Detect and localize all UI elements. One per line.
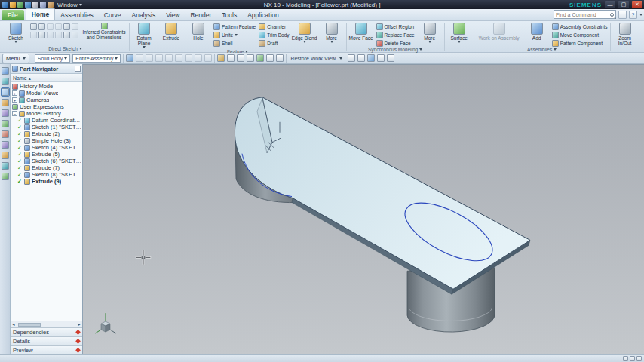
feature-more-button[interactable]: More [319, 22, 345, 44]
checkbox-icon[interactable]: ✓ [17, 172, 23, 177]
circle-icon[interactable] [55, 23, 62, 30]
cut-icon[interactable] [32, 2, 38, 8]
constraint-navigator-icon[interactable] [2, 78, 9, 85]
touch-mode-icon[interactable] [618, 11, 627, 19]
tree-item-cameras[interactable]: + Cameras [11, 97, 82, 103]
tree-item-model-views[interactable]: + Model Views [11, 90, 82, 97]
detach-panel-icon[interactable] [75, 66, 81, 72]
checkbox-icon[interactable]: ✓ [17, 152, 23, 157]
tree-item-extrude-2[interactable]: ✓ Extrude (2) [11, 130, 82, 137]
mid-point-snap-icon[interactable] [146, 54, 153, 62]
scroll-left-icon[interactable]: ◄ [11, 322, 17, 327]
section-dependencies[interactable]: Dependencies [11, 327, 82, 336]
checkbox-icon[interactable]: ✓ [17, 145, 23, 150]
copy-icon[interactable] [40, 2, 46, 8]
tree-horizontal-scrollbar[interactable]: ◄ ► [11, 321, 82, 327]
tab-curve[interactable]: Curve [99, 10, 127, 20]
pattern-curve-icon[interactable] [63, 32, 70, 38]
minimize-ribbon-icon[interactable] [639, 14, 642, 16]
draft-button[interactable]: Draft [258, 39, 290, 47]
snapshot-icon[interactable] [377, 54, 385, 62]
tree-item-sketch-6[interactable]: ✓ Sketch (6) "SKETCH_00..." [11, 158, 82, 164]
group-label-assemblies[interactable]: Assemblies [476, 47, 609, 52]
pin-icon[interactable] [75, 348, 81, 353]
wireframe-icon[interactable] [266, 54, 274, 62]
orient-view-icon[interactable] [276, 54, 284, 62]
tree-item-model-history[interactable]: − Model History [11, 110, 82, 117]
window-cascade-icon[interactable] [357, 54, 365, 62]
minimize-button[interactable]: — [605, 1, 615, 8]
unite-button[interactable]: Unite [213, 31, 256, 38]
roles-icon[interactable] [2, 162, 9, 170]
tree-column-header[interactable]: Name ▴ [11, 74, 82, 82]
window-menu-button[interactable]: Window [55, 2, 84, 8]
checkbox-icon[interactable]: ✓ [17, 118, 23, 123]
fillet-icon[interactable] [72, 23, 78, 30]
manufacturing-wizards-icon[interactable] [2, 152, 9, 159]
tab-application[interactable]: Application [242, 10, 284, 20]
pin-icon[interactable] [75, 339, 81, 344]
group-label-direct-sketch[interactable]: Direct Sketch [3, 45, 127, 52]
tree-item-extrude-5[interactable]: ✓ Extrude (5) [11, 151, 82, 158]
surface-button[interactable]: Surface [446, 22, 472, 44]
mirror-curve-icon[interactable] [72, 32, 78, 38]
scroll-right-icon[interactable]: ► [76, 322, 82, 327]
tab-analysis[interactable]: Analysis [126, 10, 161, 20]
scrollbar-track[interactable] [17, 322, 76, 327]
pin-icon[interactable] [75, 330, 81, 335]
arc-icon[interactable] [47, 23, 54, 30]
reuse-library-icon[interactable] [2, 99, 9, 106]
undo-icon[interactable] [17, 2, 23, 8]
quick-extend-icon[interactable] [38, 32, 45, 38]
pattern-feature-button[interactable]: Pattern Feature [213, 23, 256, 30]
scrollbar-thumb[interactable] [18, 323, 41, 327]
assembly-navigator-icon[interactable] [2, 67, 9, 75]
pan-view-icon[interactable] [237, 54, 244, 62]
process-studio-icon[interactable] [2, 141, 9, 149]
move-face-button[interactable]: Move Face [348, 22, 374, 41]
zoom-in-out-button[interactable]: Zoom In/Out [612, 22, 638, 47]
offset-curve-icon[interactable] [55, 32, 62, 38]
tree-item-simple-hole-3[interactable]: ✓ Simple Hole (3) [11, 137, 82, 144]
tree-item-sketch-1[interactable]: ✓ Sketch (1) "SKETCH_00..." [11, 124, 82, 130]
redo-icon[interactable] [25, 2, 31, 8]
fit-view-icon[interactable] [217, 54, 225, 62]
offset-region-button[interactable]: Offset Region [376, 23, 416, 30]
snap-point-toggle-icon[interactable] [126, 54, 133, 62]
trim-body-button[interactable]: Trim Body [258, 31, 290, 38]
control-point-snap-icon[interactable] [155, 54, 163, 62]
tab-tools[interactable]: Tools [216, 10, 242, 20]
checkbox-icon[interactable]: ✓ [17, 179, 23, 184]
quadrant-snap-icon[interactable] [185, 54, 192, 62]
hole-button[interactable]: Hole [186, 22, 211, 41]
maximize-button[interactable]: ▢ [618, 1, 629, 8]
view-triad[interactable] [95, 313, 116, 333]
replace-face-button[interactable]: Replace Face [376, 31, 416, 38]
checkbox-icon[interactable]: ✓ [17, 131, 23, 137]
search-icon[interactable] [610, 13, 614, 17]
save-icon[interactable] [10, 2, 16, 8]
tree-item-extrude-7[interactable]: ✓ Extrude (7) [11, 164, 82, 171]
render-style-icon[interactable] [387, 54, 394, 62]
section-details[interactable]: Details [11, 336, 82, 345]
point-on-curve-snap-icon[interactable] [204, 54, 212, 62]
tree-item-user-expressions[interactable]: User Expressions [11, 103, 82, 110]
paste-icon[interactable] [48, 2, 54, 8]
tab-assemblies[interactable]: Assemblies [55, 10, 98, 20]
group-label-synchronous[interactable]: Synchronous Modeling [348, 47, 443, 52]
make-corner-icon[interactable] [47, 32, 54, 38]
system-visualization-icon[interactable] [2, 173, 9, 180]
expand-toggle[interactable]: + [12, 97, 17, 103]
move-component-button[interactable]: Move Component [551, 31, 609, 38]
checkbox-icon[interactable]: ✓ [17, 158, 23, 164]
extrude-button[interactable]: Extrude [158, 22, 184, 41]
shaded-with-edges-icon[interactable] [256, 54, 264, 62]
history-palette-icon[interactable] [2, 130, 9, 138]
selection-scope-combo[interactable]: Entire Assembly [72, 54, 121, 63]
graphics-window[interactable] [83, 64, 644, 354]
add-component-button[interactable]: Add [524, 22, 550, 41]
synchronous-more-button[interactable]: More [417, 22, 443, 44]
find-command-input[interactable] [556, 12, 610, 17]
tree-item-sketch-4[interactable]: ✓ Sketch (4) "SKETCH_00..." [11, 144, 82, 151]
tab-render[interactable]: Render [185, 10, 216, 20]
